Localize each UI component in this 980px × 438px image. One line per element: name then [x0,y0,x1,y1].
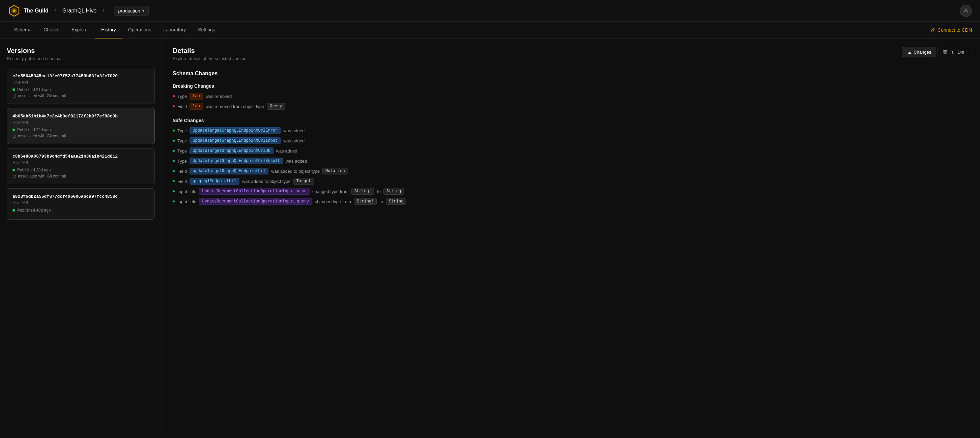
bullet-red-0 [173,95,175,97]
safe-change-3: Type UpdateTargetGraphQLEndpointUrlResul… [173,158,969,164]
version-card-2[interactable]: c8b6e88a06793b9c4dfd54aaa21b36a1b421d812… [7,148,155,184]
published-dot-0 [13,88,15,91]
breaking-change-0: Type Lab was removed [173,93,969,100]
svg-line-5 [14,135,16,136]
bullet-green-7 [173,201,175,202]
nav-item-schema[interactable]: Schema [8,22,37,38]
git-link-0[interactable]: associated with Git commit [13,94,149,98]
version-card-1[interactable]: 4b05ab51b1b4a7e2e4b0ef82172f2b9f7ef98c0b… [7,108,155,144]
navbar: Schema Checks Explorer History Operation… [0,22,980,39]
connect-cdn-button[interactable]: Connect to CDN [931,27,972,33]
svg-line-6 [14,175,16,177]
safe-tag-1: UpdateTargetGraphQLEndpointUrlInput [189,137,281,144]
nav-item-operations[interactable]: Operations [122,22,157,38]
external-link-icon-2 [13,174,16,178]
git-link-2[interactable]: associated with Git commit [13,174,149,178]
published-date-2: Published 28d ago [17,168,51,172]
env-selector[interactable]: production ▾ [114,6,148,16]
topbar-right [960,5,972,17]
svg-rect-16 [943,53,945,54]
from-tag-7: String! [354,198,377,205]
safe-change-2: Type UpdateTargetGraphQLEndpointUrlOk wa… [173,148,969,154]
guild-logo [8,5,20,17]
env-label: production [118,8,140,13]
versions-title: Versions [7,47,155,55]
version-meta-1: Published 22d ago [13,127,149,132]
external-link-icon-0 [13,94,16,98]
object-safe-tag-4: Mutation [322,168,348,174]
svg-line-4 [14,94,16,96]
details-subtitle: Explore details of the selected version [173,56,247,61]
version-card-3[interactable]: a823f6db2a55df877dcf406006abca97fcc4858c… [7,188,155,220]
version-source-2: Hive API [13,160,149,165]
list-icon [907,50,912,55]
version-meta-3: Published 40d ago [13,208,149,213]
diff-icon [943,50,947,55]
avatar[interactable] [960,5,972,17]
safe-changes-title: Safe Changes [173,118,969,123]
git-label-1: associated with Git commit [18,134,66,139]
nav-item-history[interactable]: History [95,22,122,38]
published-dot-3 [13,209,15,212]
version-source-1: Hive API [13,120,149,125]
svg-rect-13 [943,50,945,52]
changes-toggle-btn[interactable]: Changes [902,47,936,57]
version-hash-3: a823f6db2a55df877dcf406006abca97fcc4858c [13,194,149,199]
safe-change-6: Input field UpdateDocumentCollectionOper… [173,188,969,195]
type-label-0: Type [177,94,187,99]
bullet-green-2 [173,150,175,152]
svg-point-2 [13,10,16,12]
detail-content: Details Explore details of the selected … [162,39,980,433]
version-hash-2: c8b6e88a06793b9c4dfd54aaa21b36a1b421d812 [13,154,149,159]
nav-item-explorer[interactable]: Explorer [65,22,95,38]
published-date-3: Published 40d ago [17,208,51,213]
versions-subtitle: Recently published schemas. [7,56,155,61]
version-source-3: Hive API [13,201,149,205]
svg-rect-14 [945,50,947,52]
field-text-1: was removed from object type [206,104,264,109]
safe-change-0: Type UpdateTargetGraphQLEndpointUrlError… [173,127,969,134]
link-icon [931,28,935,32]
git-link-1[interactable]: associated with Git commit [13,134,149,139]
bullet-green-0 [173,130,175,132]
from-tag-6: String! [352,188,374,195]
full-diff-toggle-btn[interactable]: Full Diff [937,47,969,57]
type-tag-0: Lab [189,93,203,100]
chevron-down-icon: ▾ [142,8,144,13]
nav-item-settings[interactable]: Settings [192,22,221,38]
nav-item-checks[interactable]: Checks [37,22,65,38]
changes-toggle-label: Changes [913,49,931,55]
to-tag-7: String [386,198,406,205]
details-title: Details [173,47,247,55]
safe-change-4: Field updateTargetGraphQLEndpointUrl was… [173,168,969,174]
connect-cdn-label: Connect to CDN [937,27,972,33]
breaking-change-1: Field lab was removed from object type Q… [173,103,969,110]
version-hash-1: 4b05ab51b1b4a7e2e4b0ef82172f2b9f7ef98c0b [13,114,149,119]
version-card-0[interactable]: e2e55045345ce13fe07f52a77459b83fa3fe7020… [7,68,155,104]
safe-changes-list: Type UpdateTargetGraphQLEndpointUrlError… [173,127,969,205]
git-label-2: associated with Git commit [18,174,66,178]
published-dot-1 [13,129,15,131]
safe-tag-5: graphqlEndpointUrl [189,178,239,185]
git-label-0: associated with Git commit [18,94,66,98]
topbar: The Guild / GraphQL Hive / production ▾ [0,0,980,22]
separator-2: / [102,7,104,14]
safe-tag-0: UpdateTargetGraphQLEndpointUrlError [189,127,281,134]
view-toggle: Changes Full Diff [902,47,969,57]
version-hash-0: e2e55045345ce13fe07f52a77459b83fa3fe7020 [13,73,149,79]
brand: The Guild / GraphQL Hive / production ▾ [8,5,149,17]
bullet-green-4 [173,170,175,172]
published-dot-2 [13,169,15,171]
bullet-green-6 [173,190,175,192]
safe-tag-6: UpdateDocumentCollectionOperationInput.n… [199,188,310,195]
safe-change-1: Type UpdateTargetGraphQLEndpointUrlInput… [173,137,969,144]
main-content: Versions Recently published schemas. e2e… [0,39,980,433]
schema-changes-title: Schema Changes [173,70,969,76]
field-label-1: Field [177,104,187,109]
bullet-green-3 [173,160,175,162]
svg-rect-15 [945,53,947,54]
content-header: Details Explore details of the selected … [173,47,969,61]
field-tag-1: lab [189,103,203,110]
nav-item-laboratory[interactable]: Laboratory [157,22,192,38]
svg-point-3 [965,9,967,11]
